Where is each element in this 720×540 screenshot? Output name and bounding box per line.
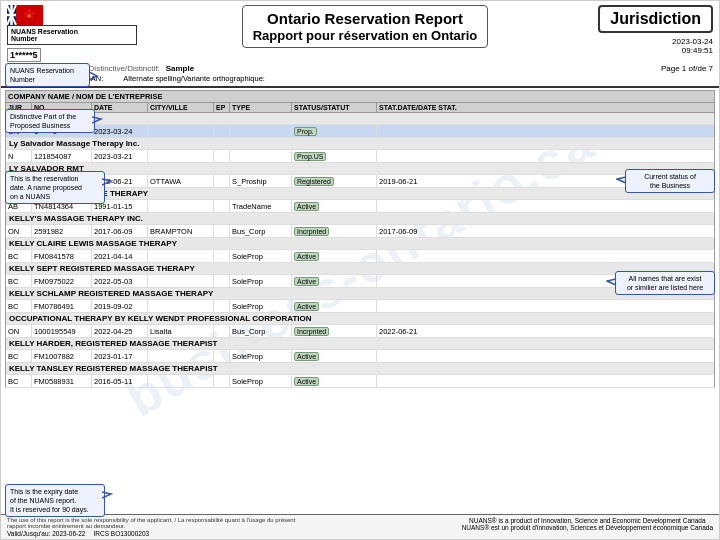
company-name-row: KELLY TANSLEY REGISTERED MASSAGE THERAPI… (5, 363, 715, 375)
col-type: TYPE (230, 103, 292, 112)
table-row: BCFM08415782021-04-14SolePropActive (5, 250, 715, 263)
table-cell: SoleProp (230, 250, 292, 262)
table-cell: Incrpnted (292, 325, 377, 337)
table-cell: N (6, 150, 32, 162)
table-cell: BC (6, 275, 32, 287)
col-status: STATUS/STATUT (292, 103, 377, 112)
table-cell (148, 125, 214, 137)
table-cell: Bus_Corp (230, 325, 292, 337)
table-row: ON25919822017-06-09BRAMPTONBus_CorpIncrp… (5, 225, 715, 238)
status-badge: Incrpnted (294, 327, 329, 336)
table-cell (377, 350, 459, 362)
table-cell (148, 250, 214, 262)
callout-arrow4-icon (616, 174, 628, 184)
table-section-header: COMPANY NAME / NOM DE L'ENTREPRISE (5, 90, 715, 103)
table-cell (214, 375, 230, 387)
status-badge: Prop.US (294, 152, 326, 161)
table-cell (214, 250, 230, 262)
svg-text:✿: ✿ (24, 9, 34, 23)
company-name-row: LY SALVADOR RMT (5, 163, 715, 175)
table-cell: Bus_Corp (230, 225, 292, 237)
table-cell: 2017-06-09 (92, 225, 148, 237)
table-cell (148, 150, 214, 162)
table-cell: Incrpnted (292, 225, 377, 237)
table-cell: 2019-09-02 (92, 300, 148, 312)
callout-expiry-date: This is the expiry date of the NUANS rep… (5, 484, 105, 517)
table-area: COMPANY NAME / NOM DE L'ENTREPRISE JUR N… (1, 88, 719, 514)
table-cell: 2017-06-09 (377, 225, 459, 237)
table-cell (377, 375, 459, 387)
table-cell: 2591982 (32, 225, 92, 237)
callout-distinctive: Distinctive Part of the Proposed Busines… (5, 109, 95, 133)
callout-arrow3-icon (102, 176, 114, 186)
table-cell (148, 275, 214, 287)
company-name-row: KELLY SEPT REGISTERED MASSAGE THERAPY (5, 263, 715, 275)
table-cell (214, 175, 230, 187)
ontario-flag-icon: 🍁 ✿ (7, 5, 43, 25)
table-cell: 2022-05-03 (92, 275, 148, 287)
table-cell: 2023-03-21 (92, 150, 148, 162)
callout-arrow2-icon (92, 114, 104, 124)
table-body: Sample Canada Inc.ON1*****52023-03-24Pro… (5, 113, 715, 388)
callout-nuans-number: NUANS Reservation Number (5, 63, 90, 87)
table-cell: BC (6, 350, 32, 362)
table-cell (214, 200, 230, 212)
distinctif-value: Sample (166, 64, 194, 73)
company-name-row: OCCUPATIONAL THERAPY BY KELLY WENDT PROF… (5, 313, 715, 325)
table-cell (214, 225, 230, 237)
company-name-row: Ly Salvador Massage Therapy Inc. (5, 138, 715, 150)
table-cell: 2023-03-24 (92, 125, 148, 137)
validity-text: Valid/Jusqu'au: 2023-06-22 (7, 530, 85, 537)
table-cell (214, 350, 230, 362)
table-cell: Active (292, 375, 377, 387)
status-badge: Prop. (294, 127, 317, 136)
table-cell: ON (6, 325, 32, 337)
jurisdiction-box: Jurisdiction (598, 5, 713, 33)
status-badge: Active (294, 202, 319, 211)
table-cell (377, 125, 459, 137)
table-row: ON10001955492022-04-25LisaltaBus_CorpInc… (5, 325, 715, 338)
table-cell: 2016-05-11 (92, 375, 148, 387)
table-cell: Prop.US (292, 150, 377, 162)
table-cell: BC (6, 375, 32, 387)
table-cell: FM1007882 (32, 350, 92, 362)
table-cell: Lisalta (148, 325, 214, 337)
company-name-row: KELLY HARDER, REGISTERED MASSAGE THERAPI… (5, 338, 715, 350)
col-ep: EP (214, 103, 230, 112)
table-cell (377, 275, 459, 287)
table-row: BCFM05889312016-05-11SolePropActive (5, 375, 715, 388)
callout-arrow-icon (89, 68, 99, 82)
footer-disclaimer: The use of this report is the sole respo… (7, 517, 307, 537)
table-cell: 2021-04-14 (92, 250, 148, 262)
company-name-row: KELLY CLAIRE LEWIS MASSAGE THERAPY (5, 238, 715, 250)
table-row: BCFM07864912019-09-02SolePropActive (5, 300, 715, 313)
table-cell (230, 150, 292, 162)
table-cell: SoleProp (230, 375, 292, 387)
table-cell: S_Proship (230, 175, 292, 187)
company-name-row: KELLY GREEN MASSAGE THERAPY (5, 188, 715, 200)
distinctif-label: Distinctive/Distinctif: (89, 64, 160, 73)
report-title-fr: Rapport pour réservation en Ontario (253, 28, 478, 43)
table-cell: FM0588931 (32, 375, 92, 387)
status-badge: Incrpnted (294, 227, 329, 236)
status-badge: Active (294, 277, 319, 286)
table-cell: Prop. (292, 125, 377, 137)
table-cell: 2022-06-21 (377, 325, 459, 337)
table-column-headers: JUR NO. DATE CITY/VILLE EP TYPE STATUS/S… (5, 103, 715, 113)
table-row: N1218540872023-03-21Prop.US (5, 150, 715, 163)
status-badge: Active (294, 377, 319, 386)
table-cell (214, 150, 230, 162)
table-cell (148, 300, 214, 312)
callout-reservation-date: This is the reservation date. A name pro… (5, 171, 105, 204)
table-cell: 2023-01-17 (92, 350, 148, 362)
table-cell: FM0841578 (32, 250, 92, 262)
table-cell: 121854087 (32, 150, 92, 162)
table-cell: Active (292, 300, 377, 312)
table-cell (214, 125, 230, 137)
table-cell (377, 300, 459, 312)
table-cell (377, 250, 459, 262)
table-cell: Active (292, 350, 377, 362)
table-cell: Active (292, 250, 377, 262)
company-name-row: KELLY'S MASSAGE THERAPY INC. (5, 213, 715, 225)
footer-nuans: NUANS® is a product of Innovation, Scien… (462, 517, 713, 531)
